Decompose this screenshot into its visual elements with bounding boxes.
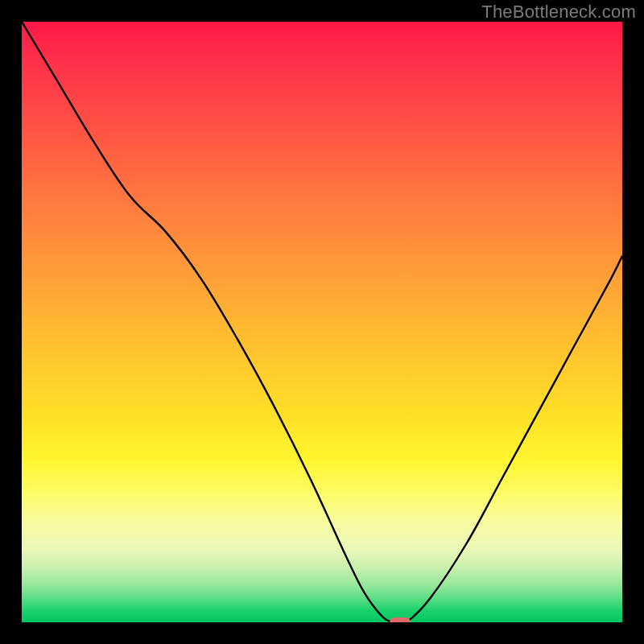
chart-frame: TheBottleneck.com (0, 0, 644, 644)
plot-area (22, 22, 622, 622)
optimal-marker (390, 617, 410, 622)
watermark-text: TheBottleneck.com (481, 2, 636, 23)
bottleneck-curve (22, 22, 622, 622)
curve-svg (22, 22, 622, 622)
